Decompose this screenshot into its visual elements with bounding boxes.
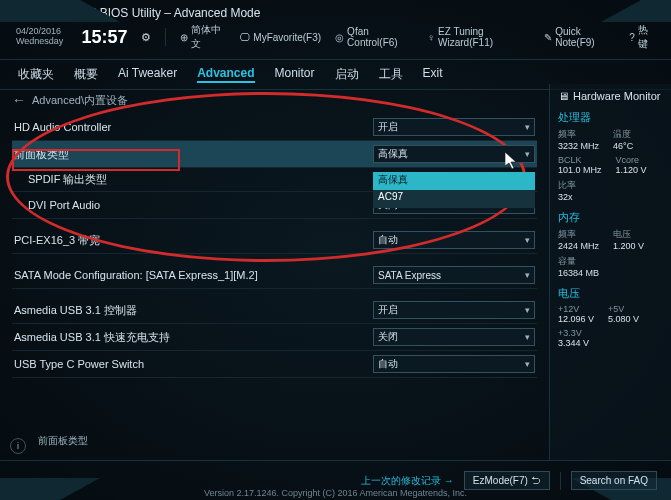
setting-dropdown[interactable]: 高保真▾ (373, 145, 535, 163)
setting-label: PCI-EX16_3 带宽 (14, 233, 100, 248)
hw-monitor-title: 🖥 Hardware Monitor (558, 90, 663, 102)
setting-dropdown[interactable]: 关闭▾ (373, 328, 535, 346)
setting-label: Asmedia USB 3.1 控制器 (14, 303, 137, 318)
chevron-down-icon: ▾ (525, 235, 530, 245)
dropdown-option[interactable]: 高保真 (373, 172, 535, 190)
chevron-down-icon: ▾ (525, 305, 530, 315)
chevron-down-icon: ▾ (525, 122, 530, 132)
tab-启动[interactable]: 启动 (335, 66, 359, 83)
setting-row[interactable]: PCI-EX16_3 带宽自动▾ (12, 227, 537, 254)
setting-dropdown[interactable]: 自动▾ (373, 231, 535, 249)
breadcrumb: Advanced\内置设备 (32, 93, 128, 108)
chevron-down-icon: ▾ (525, 332, 530, 342)
qfan-button[interactable]: ◎ Qfan Control(F6) (335, 26, 413, 48)
clock-display: 15:57 (81, 27, 127, 48)
setting-dropdown[interactable]: 开启▾ (373, 118, 535, 136)
hw-mem-head: 内存 (558, 210, 663, 225)
setting-row[interactable]: SATA Mode Configuration: [SATA Express_1… (12, 262, 537, 289)
hw-volt-head: 电压 (558, 286, 663, 301)
setting-row[interactable]: Asmedia USB 3.1 控制器开启▾ (12, 297, 537, 324)
search-faq-button[interactable]: Search on FAQ (571, 471, 657, 490)
setting-label: SPDIF 输出类型 (14, 172, 107, 187)
tab-ai-tweaker[interactable]: Ai Tweaker (118, 66, 177, 83)
setting-row[interactable]: 前面板类型高保真▾ (12, 141, 537, 168)
last-modified-link[interactable]: 上一次的修改记录 → (361, 474, 454, 488)
quicknote-button[interactable]: ✎ Quick Note(F9) (544, 26, 615, 48)
tab-exit[interactable]: Exit (423, 66, 443, 83)
setting-dropdown[interactable]: 自动▾ (373, 355, 535, 373)
setting-label: 前面板类型 (14, 147, 69, 162)
version-text: Version 2.17.1246. Copyright (C) 2016 Am… (204, 488, 467, 498)
app-title: UEFI BIOS Utility – Advanced Mode (69, 6, 260, 20)
ezmode-button[interactable]: EzMode(F7) ⮌ (464, 471, 550, 490)
tab-工具[interactable]: 工具 (379, 66, 403, 83)
chevron-down-icon: ▾ (525, 359, 530, 369)
setting-row[interactable]: Asmedia USB 3.1 快速充电支持关闭▾ (12, 324, 537, 351)
setting-label: USB Type C Power Switch (14, 358, 144, 370)
hw-cpu-head: 处理器 (558, 110, 663, 125)
language-switch[interactable]: ⊕ 简体中文 (180, 23, 226, 51)
setting-description: 前面板类型 (34, 428, 92, 454)
brand-logo: /SUS (16, 4, 59, 21)
setting-dropdown[interactable]: SATA Express▾ (373, 266, 535, 284)
dropdown-option[interactable]: AC97 (373, 190, 535, 208)
setting-label: DVI Port Audio (14, 199, 100, 211)
setting-row[interactable]: USB Type C Power Switch自动▾ (12, 351, 537, 378)
date-display: 04/20/2016Wednesday (16, 27, 63, 47)
setting-label: SATA Mode Configuration: [SATA Express_1… (14, 269, 258, 281)
tab-收藏夹[interactable]: 收藏夹 (18, 66, 54, 83)
hotkeys-button[interactable]: ? 热键 (629, 23, 655, 51)
chevron-down-icon: ▾ (525, 270, 530, 280)
setting-label: Asmedia USB 3.1 快速充电支持 (14, 330, 170, 345)
info-icon: i (10, 438, 26, 454)
chevron-down-icon: ▾ (525, 149, 530, 159)
back-icon[interactable]: ← (12, 92, 26, 108)
tab-概要[interactable]: 概要 (74, 66, 98, 83)
tab-monitor[interactable]: Monitor (275, 66, 315, 83)
gear-icon[interactable]: ⚙ (141, 31, 151, 44)
setting-label: HD Audio Controller (14, 121, 111, 133)
ez-tuning-button[interactable]: ♀ EZ Tuning Wizard(F11) (428, 26, 531, 48)
setting-row[interactable]: HD Audio Controller开启▾ (12, 114, 537, 141)
setting-dropdown[interactable]: 开启▾ (373, 301, 535, 319)
myfavorite-button[interactable]: 🖵 MyFavorite(F3) (240, 32, 321, 43)
tab-advanced[interactable]: Advanced (197, 66, 254, 83)
